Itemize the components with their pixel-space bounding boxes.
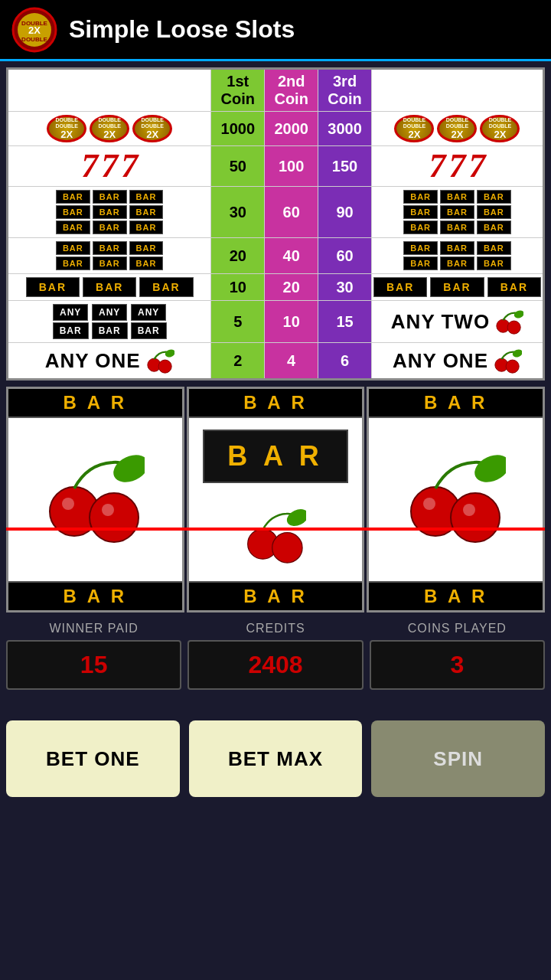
dd-symbol-right-1: DOUBLEDOUBLE2X — [394, 115, 434, 142]
any-bar-left-2b: BAR — [92, 322, 128, 339]
svg-point-24 — [470, 449, 506, 487]
payout-anybar-2nd: 10 — [265, 301, 318, 343]
triple-bar-right-1: BARBARBAR — [403, 190, 438, 234]
winner-paid-box: WINNER PAID 15 — [6, 622, 181, 690]
seven-symbol-left-3: 7 — [121, 149, 138, 183]
double-bar-right-3: BARBAR — [477, 241, 511, 270]
app-title: Simple Loose Slots — [69, 15, 295, 44]
svg-text:DOUBLE: DOUBLE — [21, 36, 47, 43]
reel-2-bar: B A R — [203, 430, 347, 483]
reel-1-top: B A R — [8, 389, 182, 418]
payout-3bar-2nd: 60 — [265, 187, 318, 238]
any-two-label: ANY TWO — [391, 310, 490, 334]
win-line — [6, 528, 545, 531]
triple-bar-left-3: BARBARBAR — [129, 190, 164, 234]
winner-paid-value: 15 — [6, 640, 181, 690]
col-2nd-header: 2ndCoin — [265, 69, 318, 112]
coins-played-box: COINS PLAYED 3 — [370, 622, 545, 690]
svg-point-25 — [423, 498, 435, 510]
bet-max-button[interactable]: BET MAX — [189, 720, 363, 797]
any-bar-left-3b: BAR — [131, 322, 167, 339]
double-bar-left-1: BARBAR — [56, 241, 90, 270]
pay-row-anybar: ANY BAR ANY BAR ANY BAR 5 10 15 — [8, 301, 544, 343]
any-one-right-label: ANY ONE — [393, 349, 488, 373]
payout-anyone-1st: 2 — [211, 343, 265, 380]
dd-symbol-left-1: DOUBLEDOUBLE2X — [47, 115, 86, 142]
seven-symbol-right-3: 7 — [468, 149, 485, 183]
reel-3: B A R B A R — [367, 387, 545, 612]
svg-point-18 — [102, 504, 114, 516]
pay-row-dd: DOUBLEDOUBLE2X DOUBLEDOUBLE2X DOUBLEDOUB… — [8, 112, 544, 146]
any-bar-left-2: ANY — [92, 304, 127, 321]
reel-1: B A R B A R — [6, 387, 184, 612]
single-bar-right-1: BAR — [373, 277, 427, 297]
svg-point-10 — [164, 348, 174, 358]
triple-bar-left-1: BARBARBAR — [56, 190, 90, 234]
payout-7-1st: 50 — [211, 146, 265, 187]
payout-1bar-2nd: 20 — [265, 274, 318, 301]
pay-table: 1stCoin 2ndCoin 3rdCoin DOUBLEDOUBLE2X D… — [6, 67, 545, 381]
payout-1bar-3rd: 30 — [318, 274, 372, 301]
svg-point-9 — [158, 360, 171, 373]
stats-section: WINNER PAID 15 CREDITS 2408 COINS PLAYED… — [6, 622, 545, 690]
cherry-icon-anytwo — [494, 307, 523, 336]
double-bar-left-3: BARBAR — [129, 241, 164, 270]
payout-anyone-3rd: 6 — [318, 343, 372, 380]
winner-paid-label: WINNER PAID — [6, 622, 181, 635]
svg-point-17 — [62, 498, 74, 510]
app-header: DOUBLE 2X DOUBLE Simple Loose Slots — [0, 0, 551, 61]
reel-2-bottom: B A R — [189, 581, 363, 610]
app-logo: DOUBLE 2X DOUBLE — [11, 7, 57, 53]
dd-symbol-right-2: DOUBLEDOUBLE2X — [437, 115, 477, 142]
coins-played-value: 3 — [370, 640, 545, 690]
bet-one-button[interactable]: BET ONE — [6, 720, 180, 797]
pay-row-3bar: BARBARBAR BARBARBAR BARBARBAR 30 60 90 B… — [8, 187, 544, 238]
credits-label: CREDITS — [187, 622, 363, 635]
svg-point-15 — [90, 493, 139, 542]
single-bar-left-3: BAR — [139, 277, 193, 297]
any-one-left-label: ANY ONE — [45, 349, 141, 373]
reel-2-content: B A R — [189, 418, 363, 578]
spin-button[interactable]: SPIN — [371, 720, 545, 797]
dd-symbol-left-2: DOUBLEDOUBLE2X — [90, 115, 129, 142]
credits-value: 2408 — [187, 640, 363, 690]
payout-dd-1st: 1000 — [211, 112, 265, 146]
payout-1bar-1st: 10 — [211, 274, 265, 301]
double-bar-right-1: BARBAR — [403, 241, 438, 270]
reel-1-cherry — [45, 449, 145, 548]
reel-2-top: B A R — [189, 389, 363, 418]
reel-3-bottom: B A R — [369, 581, 543, 610]
svg-point-13 — [511, 348, 522, 358]
reel-3-content — [369, 418, 543, 578]
pay-table-header: 1stCoin 2ndCoin 3rdCoin — [8, 69, 544, 112]
coins-played-label: COINS PLAYED — [370, 622, 545, 635]
payout-2bar-2nd: 40 — [265, 238, 318, 274]
payout-3bar-3rd: 90 — [318, 187, 372, 238]
triple-bar-left-2: BARBARBAR — [93, 190, 127, 234]
credits-box: CREDITS 2408 — [187, 622, 363, 690]
reel-2: B A R B A R B A R — [187, 387, 365, 612]
double-bar-left-2: BARBAR — [93, 241, 127, 270]
svg-point-21 — [284, 506, 306, 529]
reel-3-cherry — [406, 449, 506, 548]
payout-2bar-1st: 20 — [211, 238, 265, 274]
dd-symbol-right-3: DOUBLEDOUBLE2X — [480, 115, 520, 142]
cherry-icon-right — [493, 346, 522, 375]
payout-dd-3rd: 3000 — [318, 112, 372, 146]
pay-row-1bar: BAR BAR BAR 10 20 30 BAR BAR BAR — [8, 274, 544, 301]
reels-area: B A R B A R B A R B A R — [6, 387, 545, 612]
single-bar-right-3: BAR — [487, 277, 541, 297]
any-bar-left-1b: BAR — [53, 322, 89, 339]
seven-symbol-left-1: 7 — [81, 149, 98, 183]
any-bar-left-3: ANY — [131, 304, 166, 321]
any-bar-left-1: ANY — [53, 304, 88, 321]
svg-point-20 — [272, 533, 302, 563]
payout-anyone-2nd: 4 — [265, 343, 318, 380]
single-bar-left-1: BAR — [26, 277, 80, 297]
seven-symbol-right-2: 7 — [448, 149, 465, 183]
payout-7-3rd: 150 — [318, 146, 372, 187]
reel-2-cherry-small — [245, 505, 306, 567]
col-3rd-header: 3rdCoin — [318, 69, 372, 112]
svg-point-12 — [506, 360, 519, 373]
seven-symbol-left-2: 7 — [101, 149, 118, 183]
